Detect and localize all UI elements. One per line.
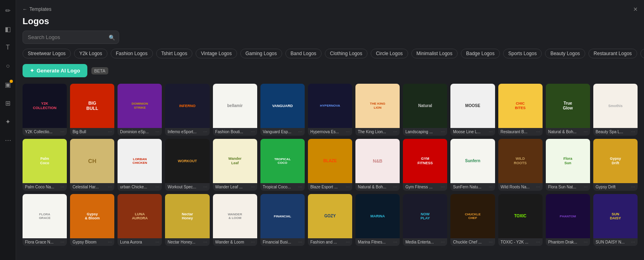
card-menu-icon[interactable]: ⋯ (60, 240, 64, 244)
filter-tag[interactable]: Vintage Logos (196, 49, 237, 58)
card-menu-icon[interactable]: ⋯ (60, 185, 64, 189)
sidebar-icon-shapes[interactable]: ▣ (2, 79, 14, 90)
card-menu-icon[interactable]: ⋯ (203, 240, 207, 244)
sidebar-icon-layers[interactable]: ◧ (2, 23, 14, 35)
logo-card[interactable]: WORKOUT Workout Spec... ⋯ (165, 139, 209, 191)
card-menu-icon[interactable]: ⋯ (203, 130, 207, 134)
filter-tag[interactable]: Sports Logos (503, 49, 542, 58)
logo-card[interactable]: bellamir Fashion Bouti... ⋯ (213, 84, 257, 136)
card-menu-icon[interactable]: ⋯ (346, 240, 350, 244)
card-menu-icon[interactable]: ⋯ (393, 130, 397, 134)
sidebar-icon-apps[interactable]: ⋯ (2, 134, 14, 146)
logo-card[interactable]: N&B Natural & Boh... ⋯ (355, 139, 400, 191)
logo-card[interactable]: PalmCoco Palm Coco Na... ⋯ (23, 139, 67, 191)
logo-card[interactable]: CHICBITES Restaurant B... ⋯ (498, 84, 543, 136)
close-button[interactable]: × (633, 6, 638, 13)
card-menu-icon[interactable]: ⋯ (489, 240, 493, 244)
card-menu-icon[interactable]: ⋯ (298, 185, 302, 189)
search-input[interactable] (23, 31, 119, 44)
filter-tag[interactable]: Badge Logos (461, 49, 500, 58)
logo-card[interactable]: WANDER& LOOM Wander & Loom ⋯ (213, 194, 257, 246)
card-menu-icon[interactable]: ⋯ (108, 240, 112, 244)
card-menu-icon[interactable]: ⋯ (155, 185, 159, 189)
logo-card[interactable]: Natural Landscaping ... ⋯ (403, 84, 447, 136)
logo-card[interactable]: TrueGlow Natural & Boh... ⋯ (546, 84, 590, 136)
filter-tag[interactable]: Beauty Logos (545, 49, 585, 58)
filter-tag[interactable]: Streetwear Logos (23, 49, 71, 58)
logo-card[interactable]: Sunfern SunFern Natu... ⋯ (450, 139, 495, 191)
logo-card[interactable]: TROPICALCOCO Tropical Coco... ⋯ (260, 139, 305, 191)
filter-tag[interactable]: Tshirt Logos (156, 49, 193, 58)
card-menu-icon[interactable]: ⋯ (584, 130, 588, 134)
logo-card[interactable]: TOXIC TOXIC - Y2K ... ⋯ (498, 194, 543, 246)
filter-tag[interactable]: Clothing Logos (325, 49, 367, 58)
sidebar-icon-grid[interactable]: ⊞ (2, 97, 14, 109)
card-menu-icon[interactable]: ⋯ (346, 185, 350, 189)
card-menu-icon[interactable]: ⋯ (441, 130, 445, 134)
card-menu-icon[interactable]: ⋯ (298, 130, 302, 134)
logo-card[interactable]: LUNAAURORA Luna Aurora ⋯ (118, 194, 162, 246)
filter-tag[interactable]: Cafe Logos (640, 49, 644, 58)
card-menu-icon[interactable]: ⋯ (631, 130, 635, 134)
sidebar-icon-edit[interactable]: ✏ (2, 5, 14, 16)
card-menu-icon[interactable]: ⋯ (251, 130, 255, 134)
logo-card[interactable]: CH Celestial Har... ⋯ (70, 139, 114, 191)
card-menu-icon[interactable]: ⋯ (60, 130, 64, 134)
logo-card[interactable]: DOMINIONSTRIKE Dominion eSp... ⋯ (118, 84, 162, 136)
logo-card[interactable]: FINANCIAL Financial Busi... ⋯ (260, 194, 305, 246)
card-menu-icon[interactable]: ⋯ (298, 240, 302, 244)
card-menu-icon[interactable]: ⋯ (584, 240, 588, 244)
logo-card[interactable]: CHUCKLECHEF Chuckle Chef ... ⋯ (450, 194, 495, 246)
filter-tag[interactable]: Y2k Logos (74, 49, 107, 58)
card-menu-icon[interactable]: ⋯ (441, 240, 445, 244)
card-menu-icon[interactable]: ⋯ (346, 130, 350, 134)
logo-card[interactable]: WanderLeaf Wander Leaf ... ⋯ (213, 139, 257, 191)
back-button[interactable]: ← Templates (23, 6, 52, 12)
logo-card[interactable]: Smothis Beauty Spa L... ⋯ (593, 84, 638, 136)
filter-tag[interactable]: Gaming Logos (240, 49, 282, 58)
card-menu-icon[interactable]: ⋯ (108, 130, 112, 134)
logo-card[interactable]: MOOSE Moose Line L... ⋯ (450, 84, 495, 136)
card-menu-icon[interactable]: ⋯ (203, 185, 207, 189)
logo-card[interactable]: THE KINGLION The King Lion... ⋯ (355, 84, 400, 136)
filter-tag[interactable]: Minimalist Logos (411, 49, 458, 58)
logo-card[interactable]: HYPERNOVA Hypernova Es... ⋯ (308, 84, 352, 136)
logo-card[interactable]: GOZY Fashion and ... ⋯ (308, 194, 352, 246)
card-menu-icon[interactable]: ⋯ (393, 240, 397, 244)
card-menu-icon[interactable]: ⋯ (489, 185, 493, 189)
logo-card[interactable]: BIGBULL Big Bull ⋯ (70, 84, 114, 136)
card-menu-icon[interactable]: ⋯ (631, 185, 635, 189)
card-menu-icon[interactable]: ⋯ (155, 130, 159, 134)
sidebar-icon-text[interactable]: T (2, 42, 14, 53)
logo-card[interactable]: WILDROOTS Wild Roots Na... ⋯ (498, 139, 543, 191)
logo-card[interactable]: INFERNO Inferno eSport... ⋯ (165, 84, 209, 136)
logo-card[interactable]: GYMFITNESS Gym Fitness ... ⋯ (403, 139, 447, 191)
card-menu-icon[interactable]: ⋯ (155, 240, 159, 244)
logo-card[interactable]: FLORAGRACE Flora Grace N... ⋯ (23, 194, 67, 246)
logo-card[interactable]: FloraSun Flora Sun Nat... ⋯ (546, 139, 590, 191)
card-menu-icon[interactable]: ⋯ (441, 185, 445, 189)
filter-tag[interactable]: Restaurant Logos (588, 49, 637, 58)
card-menu-icon[interactable]: ⋯ (251, 185, 255, 189)
card-menu-icon[interactable]: ⋯ (584, 185, 588, 189)
logo-card[interactable]: Y2KCOLLECTION Y2K Collectio... ⋯ (23, 84, 67, 136)
generate-ai-logo-button[interactable]: ✦ Generate AI Logo (23, 64, 87, 77)
logo-card[interactable]: BLAZE Blaze Esport ... ⋯ (308, 139, 352, 191)
logo-card[interactable]: NectarHoney Nectar Honey... ⋯ (165, 194, 209, 246)
filter-tag[interactable]: Circle Logos (371, 49, 408, 58)
card-menu-icon[interactable]: ⋯ (489, 130, 493, 134)
card-menu-icon[interactable]: ⋯ (536, 130, 540, 134)
card-menu-icon[interactable]: ⋯ (631, 240, 635, 244)
card-menu-icon[interactable]: ⋯ (536, 185, 540, 189)
card-menu-icon[interactable]: ⋯ (536, 240, 540, 244)
sidebar-icon-effects[interactable]: ✦ (2, 116, 14, 127)
logo-card[interactable]: LORBANCHICKEN urban Chicke... ⋯ (118, 139, 162, 191)
logo-card[interactable]: Gypsy& Bloom Gypsy Bloom ⋯ (70, 194, 114, 246)
logo-card[interactable]: NOWPLAY Media Enterta... ⋯ (403, 194, 447, 246)
logo-card[interactable]: GypsyDrift Gypsy Drift ⋯ (593, 139, 638, 191)
card-menu-icon[interactable]: ⋯ (108, 185, 112, 189)
logo-card[interactable]: VANGUARD Vanguard Esp... ⋯ (260, 84, 305, 136)
filter-tag[interactable]: Band Logos (285, 49, 322, 58)
logo-card[interactable]: PHANTOM Phantom Drak... ⋯ (546, 194, 590, 246)
filter-tag[interactable]: Fashion Logos (111, 49, 153, 58)
